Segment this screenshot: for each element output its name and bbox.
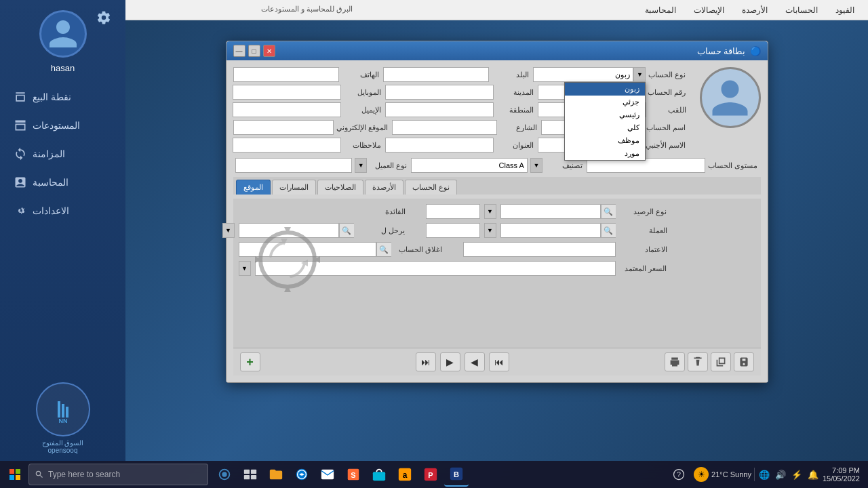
tab-paths[interactable]: المسارات (272, 180, 316, 195)
currency-value-input[interactable] (426, 223, 480, 238)
svg-rect-21 (321, 470, 334, 480)
close-button[interactable]: ✕ (263, 45, 275, 57)
account-name-label: اسم الحساب (646, 123, 686, 132)
sidebar-item-accounting[interactable]: المحاسبة (5, 169, 120, 196)
menu-item-receipts[interactable]: الإيصالات (686, 3, 732, 18)
print-button[interactable] (665, 352, 685, 371)
app-title: البرق للمحاسبة و المستودعات (261, 5, 353, 14)
copy-button[interactable] (711, 352, 731, 371)
city-input[interactable] (385, 85, 494, 100)
notes-input[interactable] (233, 138, 341, 152)
dropdown-option-3[interactable]: كلي (565, 121, 645, 134)
website-input[interactable] (233, 120, 334, 135)
sidebar-item-inventory[interactable]: المستودعات (5, 112, 120, 139)
transfer-select-btn[interactable]: ▼ (222, 223, 235, 238)
battery-icon[interactable]: ⚡ (790, 468, 804, 481)
sidebar-item-pos[interactable]: نقطة البيع (5, 83, 120, 110)
taskbar-sublime[interactable]: S (341, 462, 366, 487)
menu-item-balances[interactable]: الأرصدة (734, 3, 776, 18)
taskbar-edge[interactable] (290, 462, 314, 487)
tab-balances[interactable]: الأرصدة (365, 180, 403, 195)
delete-button[interactable] (688, 352, 708, 371)
prev-record-button[interactable]: ◀ (465, 352, 485, 371)
taskbar-mail[interactable] (315, 462, 340, 487)
first-record-button[interactable]: ⏮ (489, 352, 509, 371)
taskbar-amazon[interactable]: a (393, 462, 417, 487)
country-input[interactable] (383, 67, 489, 82)
dialog-controls: — □ ✕ (233, 45, 275, 57)
svg-rect-19 (251, 475, 256, 479)
account-type-input[interactable] (533, 67, 633, 82)
taskbar-time[interactable]: 7:09 PM 15/05/2022 (823, 466, 860, 483)
dropdown-option-1[interactable]: جزئي (565, 96, 645, 108)
taskbar: Type here to search (0, 461, 868, 488)
account-type-dropdown-btn[interactable]: ▼ (633, 67, 646, 82)
menu-item-accounting[interactable]: المحاسبة (637, 3, 684, 18)
taskbar-system: ? ☀ 21°C Sunny 🌐 🔊 ⚡ 🔔 7:09 PM 15/05/202… (667, 462, 865, 487)
country-label: البلد (492, 70, 529, 79)
menu-item-fuod[interactable]: الفيود (827, 3, 863, 18)
notes-label: ملاحظات (344, 141, 381, 150)
taskbar-explorer[interactable] (264, 462, 288, 487)
taskbar-search[interactable]: Type here to search (28, 464, 208, 485)
network-icon[interactable]: 🌐 (757, 468, 771, 481)
dialog-title: 🔵 بطاقة حساب (697, 46, 761, 56)
sidebar-item-pos-label: نقطة البيع (33, 92, 71, 102)
taskbar-cortana[interactable] (212, 462, 237, 487)
classification-input[interactable] (411, 158, 528, 173)
dropdown-option-5[interactable]: مورد (565, 147, 645, 160)
balance-type-value-input[interactable] (426, 204, 480, 219)
minimize-button[interactable]: — (233, 45, 245, 57)
menu-item-accounts[interactable]: الحسابات (777, 3, 826, 18)
toolbar-right: + (240, 352, 260, 371)
taskbar-taskview[interactable] (238, 462, 262, 487)
taskbar-app-red[interactable]: P (418, 462, 443, 487)
address-input[interactable] (385, 138, 494, 152)
credit-input[interactable] (463, 242, 616, 257)
balance-type-select-btn[interactable]: ▼ (484, 204, 496, 219)
account-card-dialog: — □ ✕ 🔵 بطاقة حساب (226, 41, 768, 383)
close-account-search-btn[interactable]: 🔍 (376, 242, 391, 257)
street-input[interactable] (392, 120, 497, 135)
balance-type-search-btn[interactable]: 🔍 (601, 204, 616, 219)
tab-account-type[interactable]: نوع الحساب (405, 180, 457, 195)
currency-search-btn[interactable]: 🔍 (601, 223, 616, 238)
dropdown-option-2[interactable]: رئيسي (565, 108, 645, 121)
settings-icon[interactable] (96, 10, 115, 29)
classification-dropdown-btn[interactable]: ▼ (530, 158, 542, 173)
start-button[interactable] (3, 462, 27, 487)
next-record-button[interactable]: ▶ (440, 352, 460, 371)
client-type-dropdown-btn[interactable]: ▼ (355, 158, 367, 173)
dropdown-option-0[interactable]: زبون (565, 83, 645, 96)
region-input[interactable] (385, 102, 494, 117)
last-record-button[interactable]: ⏭ (416, 352, 436, 371)
taskbar-store[interactable] (367, 462, 391, 487)
currency-select-btn[interactable]: ▼ (484, 223, 496, 238)
svg-rect-13 (16, 475, 20, 480)
add-button[interactable]: + (240, 352, 260, 371)
svg-text:S: S (351, 471, 355, 479)
tab-permissions[interactable]: الصلاحيات (317, 180, 363, 195)
sidebar-item-sync[interactable]: المزامنة (5, 140, 120, 167)
save-button[interactable] (734, 352, 754, 371)
weather-info[interactable]: 21°C Sunny (711, 470, 751, 479)
notifications-icon[interactable]: 🔔 (806, 468, 820, 481)
sidebar-item-settings[interactable]: الاعدادات (5, 197, 120, 224)
svg-rect-2 (66, 407, 68, 418)
phone-input[interactable] (233, 67, 339, 82)
speaker-icon[interactable]: 🔊 (774, 468, 787, 481)
currency-input[interactable] (500, 223, 601, 238)
svg-rect-12 (9, 475, 14, 480)
dropdown-option-4[interactable]: موظف (565, 134, 645, 147)
maximize-button[interactable]: □ (248, 45, 260, 57)
svg-rect-24 (373, 472, 385, 481)
email-input[interactable] (233, 102, 341, 117)
tab-location[interactable]: الموقع (236, 180, 271, 195)
svg-rect-11 (16, 469, 20, 474)
transfer-search-btn[interactable]: 🔍 (339, 223, 354, 238)
taskbar-help[interactable]: ? (667, 462, 691, 487)
client-type-input[interactable] (235, 158, 352, 173)
mobile-input[interactable] (233, 85, 341, 100)
taskbar-app-blue-active[interactable]: B (444, 462, 469, 487)
balance-type-input[interactable] (500, 204, 601, 219)
